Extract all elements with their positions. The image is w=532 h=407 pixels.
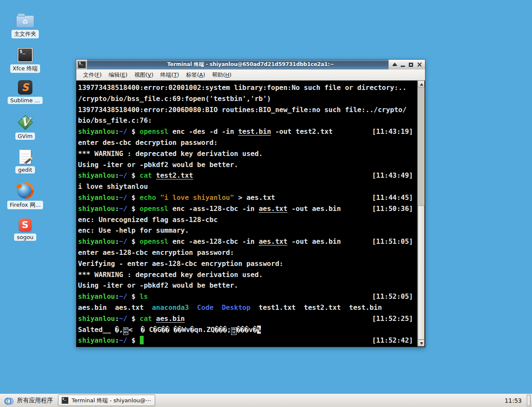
terminal-segment: enc: Unrecognized flag ass-128-cbc <box>78 216 218 224</box>
menu-bar: 文件(F)编辑(E)视图(V)终端(T)标签(A)帮助(H) <box>76 69 425 81</box>
all-applications-button[interactable]: 所有应用程序 <box>0 394 57 407</box>
terminal-text: shiyanlou:~/ $ cat test2.txt <box>78 170 193 181</box>
terminal-segment: : <box>115 171 119 179</box>
terminal-text: enc: Use -help for summary. <box>78 225 189 236</box>
titlebar[interactable]: Terminal 终端 - shiyanlou@650ad7d21d59731d… <box>76 60 425 69</box>
terminal-text: enter aes-128-cbc encryption password: <box>78 247 234 258</box>
close-button[interactable] <box>416 62 422 68</box>
show-desktop-button[interactable] <box>527 395 531 406</box>
terminal-text: shiyanlou:~/ $ openssl enc -des -d -in t… <box>78 126 332 137</box>
terminal-segment: $ <box>127 171 140 179</box>
terminal-segment: *** WARNING : deprecated key derivation … <box>78 150 263 158</box>
terminal-line: shiyanlou:~/ $ echo "i love shiyanlou" >… <box>78 192 413 203</box>
shade-button[interactable] <box>392 62 398 68</box>
menu-item-terminal[interactable]: 终端(T) <box>157 70 182 80</box>
terminal-segment: shiyanlou <box>78 171 115 179</box>
terminal-segment: : <box>115 292 119 300</box>
terminal-segment: $ <box>127 193 140 202</box>
desktop-icon-sublime[interactable]: Sublime … <box>4 80 46 104</box>
desktop-icon-home[interactable]: 主文件夹 <box>4 12 46 38</box>
terminal-segment: aes.txt <box>259 237 287 245</box>
terminal-text: bio/bss_file.c:76: <box>78 115 152 126</box>
scrollbar-thumb[interactable] <box>418 205 425 340</box>
terminal-segment: *** WARNING : deprecated key derivation … <box>78 271 263 279</box>
terminal-text: shiyanlou:~/ $ echo "i love shiyanlou" >… <box>78 192 275 203</box>
terminal-segment: openssl <box>140 127 168 136</box>
terminal-line: enter aes-128-cbc encryption password: <box>78 247 413 258</box>
terminal-line: Using -iter or -pbkdf2 would be better. <box>78 159 413 170</box>
terminal-line: shiyanlou:~/ $ [11:52:42] <box>78 335 413 346</box>
desktop-icon-firefox[interactable]: Firefox 网... <box>4 182 46 209</box>
terminal-line: shiyanlou:~/ $ cat aes.bin[11:52:25] <box>78 313 413 324</box>
desktop-icon-label: Sublime … <box>8 97 43 104</box>
terminal-segment: shiyanlou <box>78 205 115 213</box>
menu-item-help[interactable]: 帮助(H) <box>208 70 235 80</box>
terminal-segment: < � C�G�� ��Wv�qn.ZQ���; <box>128 326 231 334</box>
terminal-text: /crypto/bio/bss_file.c:69:fopen('testbin… <box>78 93 271 104</box>
terminal-segment: enc -des -d -in <box>168 127 238 136</box>
taskbar: 所有应用程序 Terminal 终端 - shiyanlou@⋯ 11:53 <box>0 393 532 407</box>
terminal-segment: bio/bss_file.c:76: <box>78 116 152 124</box>
desktop-icon-sogou[interactable]: sogou <box>4 216 46 241</box>
menu-item-edit[interactable]: 编辑(E) <box>105 70 131 80</box>
terminal-segment: Code <box>197 303 214 312</box>
terminal-segment: cat <box>140 315 152 323</box>
terminal-segment: ls <box>140 292 148 300</box>
maximize-button[interactable] <box>408 62 414 68</box>
menu-item-tabs[interactable]: 标签(A) <box>182 70 208 80</box>
scrollbar[interactable] <box>417 81 425 346</box>
terminal-segment: test1.txt test2.txt test.bin <box>251 303 382 312</box>
scroll-up-button[interactable] <box>418 81 425 87</box>
desktop-icon-label: Xfce 终端 <box>10 64 40 73</box>
terminal-segment: shiyanlou <box>78 315 115 323</box>
taskbar-window-button[interactable]: Terminal 终端 - shiyanlou@⋯ <box>58 395 155 406</box>
gvim-icon <box>17 114 33 130</box>
terminal-window: Terminal 终端 - shiyanlou@650ad7d21d59731d… <box>76 59 425 347</box>
desktop-icon-gedit[interactable]: gedit <box>4 148 46 173</box>
terminal-icon <box>61 397 69 404</box>
terminal-segment: enc: Use -help for summary. <box>78 226 189 234</box>
taskbar-window-label: Terminal 终端 - shiyanlou@⋯ <box>72 397 151 404</box>
minimize-button[interactable] <box>400 62 406 68</box>
terminal-segment: enter aes-128-cbc encryption password: <box>78 248 234 257</box>
accelerator: V <box>147 72 151 78</box>
terminal-segment: $ <box>127 292 140 300</box>
titlebar-gradient <box>87 60 392 69</box>
terminal-line: Verifying - enter aes-128-cbc encryption… <box>78 258 413 269</box>
terminal-segment: 139773438518400:error:2006D080:BIO routi… <box>78 106 407 114</box>
prompt-timestamp: [11:43:19] <box>372 126 413 137</box>
terminal-line: bio/bss_file.c:76: <box>78 115 413 126</box>
accelerator: H <box>225 72 229 78</box>
terminal-segment: $ <box>127 127 140 136</box>
terminal-text: 139773438518400:error:2006D080:BIO routi… <box>78 104 407 115</box>
terminal-segment: anaconda3 <box>152 303 189 312</box>
terminal-segment <box>214 303 222 312</box>
prompt-timestamp: [11:43:49] <box>372 170 413 181</box>
prompt-timestamp: [11:52:05] <box>372 291 413 302</box>
terminal-segment: openssl <box>140 237 168 245</box>
terminal-text: Using -iter or -pbkdf2 would be better. <box>78 280 238 291</box>
firefox-icon <box>17 182 33 199</box>
terminal-output: 139773438518400:error:02001002:system li… <box>77 81 417 346</box>
terminal-segment: echo <box>140 193 156 202</box>
menu-item-file[interactable]: 文件(F) <box>80 70 105 80</box>
terminal-text: Verifying - enter aes-128-cbc encryption… <box>78 258 283 269</box>
terminal-text: enter des-cbc decryption password: <box>78 137 218 148</box>
terminal-segment: shiyanlou <box>78 193 115 202</box>
scroll-down-button[interactable] <box>418 340 425 346</box>
terminal-viewport[interactable]: 139773438518400:error:02001002:system li… <box>77 81 425 346</box>
terminal-segment: i love shiytanlou <box>78 182 148 191</box>
terminal-line: shiyanlou:~/ $ ls[11:52:05] <box>78 291 413 302</box>
terminal-segment: 08 1E <box>231 327 236 335</box>
terminal-segment: aes.bin aes.txt <box>78 303 152 312</box>
terminal-segment: test2.txt <box>156 171 193 179</box>
terminal-line: enc: Unrecognized flag ass-128-cbc <box>78 214 413 225</box>
terminal-line: enter des-cbc decryption password: <box>78 137 413 148</box>
terminal-line: /crypto/bio/bss_file.c:69:fopen('testbin… <box>78 93 413 104</box>
terminal-line: *** WARNING : deprecated key derivation … <box>78 269 413 280</box>
desktop-icon-gvim[interactable]: GVim <box>4 114 46 140</box>
desktop-icon-xfce-terminal[interactable]: Xfce 终端 <box>4 46 46 73</box>
menu-item-view[interactable]: 视图(V) <box>131 70 157 80</box>
terminal-line: i love shiytanlou <box>78 181 413 192</box>
terminal-line: aes.bin aes.txt anaconda3 Code Desktop t… <box>78 302 413 313</box>
